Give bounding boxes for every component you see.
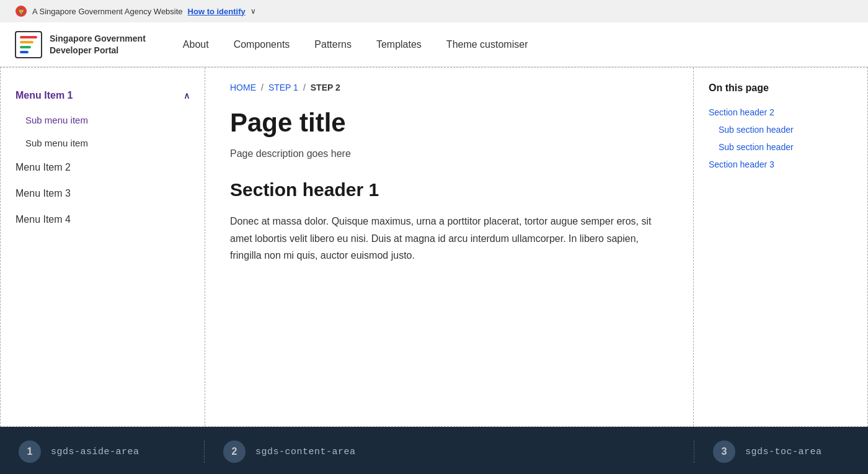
chevron-down-icon: ∨: [250, 7, 256, 16]
nav-about[interactable]: About: [183, 39, 209, 50]
toc-item-section3[interactable]: Section header 3: [709, 156, 852, 173]
annotation-aside: 1 sgds-aside-area: [0, 440, 205, 463]
gov-banner: 🦁 A Singapore Government Agency Website …: [0, 0, 868, 22]
identify-link[interactable]: How to identify: [188, 7, 246, 16]
site-nav: About Components Patterns Templates Them…: [183, 39, 528, 50]
lion-icon: 🦁: [15, 5, 27, 17]
breadcrumb-sep2: /: [303, 83, 306, 92]
annotation-bar: 1 sgds-aside-area 2 sgds-content-area 3 …: [0, 427, 868, 474]
chevron-up-icon: ∧: [184, 91, 190, 101]
toc-item-sub1[interactable]: Sub section header: [709, 121, 852, 138]
toc-item-sub2[interactable]: Sub section header: [709, 138, 852, 156]
main-wrapper: Menu Item 1 ∧ Sub menu item Sub menu ite…: [0, 67, 868, 427]
nav-patterns[interactable]: Patterns: [314, 39, 352, 50]
logo-lines: [20, 36, 37, 53]
breadcrumb-home[interactable]: HOME: [230, 83, 256, 92]
toc-title: On this page: [709, 83, 852, 94]
body-text: Donec at massa dolor. Quisque maximus, u…: [230, 213, 668, 264]
gov-banner-text: A Singapore Government Agency Website: [32, 7, 183, 16]
annotation-wrapper: 1 sgds-aside-area 2 sgds-content-area 3 …: [0, 440, 868, 463]
logo-line-blue: [20, 51, 29, 53]
nav-components[interactable]: Components: [234, 39, 290, 50]
sidebar-subitem-1[interactable]: Sub menu item: [1, 109, 205, 132]
sidebar-subitem-2[interactable]: Sub menu item: [1, 132, 205, 154]
breadcrumb: HOME / STEP 1 / STEP 2: [230, 83, 668, 92]
nav-theme-customiser[interactable]: Theme customiser: [446, 39, 528, 50]
annotation-badge-1: 1: [19, 440, 41, 463]
annotation-toc: 3 sgds-toc-area: [694, 440, 868, 463]
logo-line-green: [20, 46, 31, 48]
page-title: Page title: [230, 107, 668, 138]
logo-text: Singapore GovernmentDeveloper Portal: [50, 33, 146, 55]
annotation-label-toc: sgds-toc-area: [745, 447, 822, 457]
annotation-badge-3: 3: [713, 440, 735, 463]
breadcrumb-step2: STEP 2: [311, 83, 340, 92]
annotation-content: 2 sgds-content-area: [205, 440, 694, 463]
annotation-label-aside: sgds-aside-area: [51, 447, 140, 457]
sidebar-item-menu3[interactable]: Menu Item 3: [1, 181, 205, 207]
logo-line-orange: [20, 41, 33, 43]
breadcrumb-sep1: /: [261, 83, 264, 92]
nav-templates[interactable]: Templates: [376, 39, 422, 50]
sidebar: Menu Item 1 ∧ Sub menu item Sub menu ite…: [1, 68, 205, 426]
page-description: Page description goes here: [230, 148, 668, 159]
site-logo: Singapore GovernmentDeveloper Portal: [15, 31, 146, 58]
breadcrumb-step1[interactable]: STEP 1: [268, 83, 298, 92]
section-header-1: Section header 1: [230, 179, 668, 200]
annotation-label-content: sgds-content-area: [255, 447, 356, 457]
sidebar-item-menu2[interactable]: Menu Item 2: [1, 154, 205, 181]
toc-area: On this page Section header 2 Sub sectio…: [694, 68, 867, 426]
logo-icon-box: [15, 31, 42, 58]
annotation-badge-2: 2: [223, 440, 246, 463]
sidebar-item-menu1[interactable]: Menu Item 1 ∧: [1, 83, 205, 109]
logo-line-red: [20, 36, 37, 38]
toc-item-section2[interactable]: Section header 2: [709, 104, 852, 121]
content-area: HOME / STEP 1 / STEP 2 Page title Page d…: [205, 68, 694, 426]
sidebar-item-menu4[interactable]: Menu Item 4: [1, 207, 205, 233]
svg-text:🦁: 🦁: [17, 7, 25, 16]
site-header: Singapore GovernmentDeveloper Portal Abo…: [0, 22, 868, 67]
